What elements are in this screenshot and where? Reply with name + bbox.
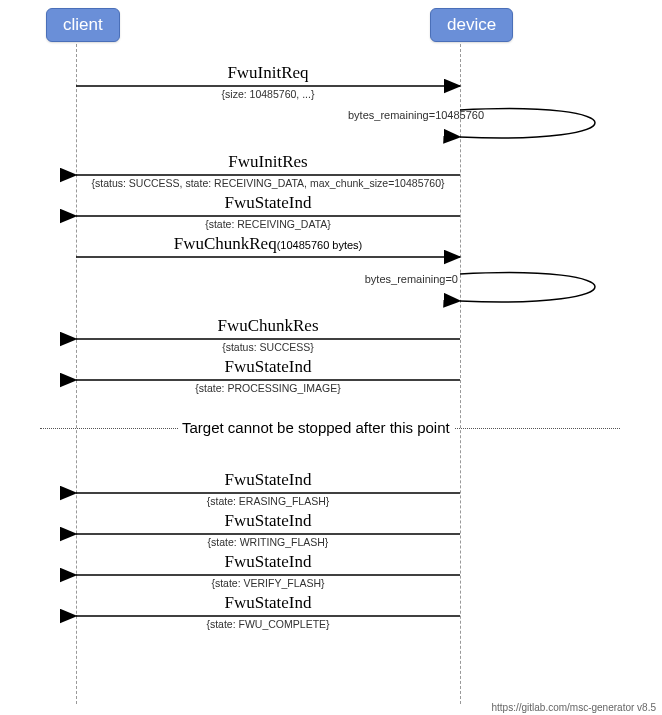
arrow-fwuchunkreq — [0, 256, 662, 258]
self-arrow-1 — [0, 105, 662, 145]
arrow-fwustateind-1 — [0, 215, 662, 217]
msg-fwuinitreq-title: FwuInitReq — [88, 63, 448, 83]
arrow-fwustateind-4 — [0, 533, 662, 535]
divider-text: Target cannot be stopped after this poin… — [178, 419, 454, 436]
msg-fwustateind-6-sub: {state: FWU_COMPLETE} — [88, 618, 448, 630]
msg-fwustateind-1-sub: {state: RECEIVING_DATA} — [88, 218, 448, 230]
msg-fwuinitres-title: FwuInitRes — [88, 152, 448, 172]
arrow-fwustateind-6 — [0, 615, 662, 617]
arrow-fwuchunkres — [0, 338, 662, 340]
arrow-fwuinitreq — [0, 85, 662, 87]
participant-device: device — [430, 8, 513, 42]
self-arrow-2 — [0, 269, 662, 309]
msg-fwustateind-4-sub: {state: WRITING_FLASH} — [88, 536, 448, 548]
arrow-fwustateind-3 — [0, 492, 662, 494]
footer-credit: https://gitlab.com/msc-generator v8.5 — [491, 702, 656, 713]
participant-client: client — [46, 8, 120, 42]
msg-fwustateind-3-title: FwuStateInd — [88, 470, 448, 490]
msg-fwustateind-5-sub: {state: VERIFY_FLASH} — [88, 577, 448, 589]
arrow-fwustateind-2 — [0, 379, 662, 381]
msg-fwuchunkres-title: FwuChunkRes — [88, 316, 448, 336]
msg-fwustateind-2-title: FwuStateInd — [88, 357, 448, 377]
msg-fwuchunkreq-name: FwuChunkReq — [174, 234, 277, 253]
msg-fwustateind-6-title: FwuStateInd — [88, 593, 448, 613]
msg-fwustateind-5-title: FwuStateInd — [88, 552, 448, 572]
msg-fwuchunkreq-suffix: (10485760 bytes) — [277, 239, 363, 251]
msg-fwuchunkres-sub: {status: SUCCESS} — [88, 341, 448, 353]
msg-fwustateind-1-title: FwuStateInd — [88, 193, 448, 213]
msg-fwustateind-2-sub: {state: PROCESSING_IMAGE} — [88, 382, 448, 394]
msg-fwuinitreq-sub: {size: 10485760, ...} — [88, 88, 448, 100]
msg-fwustateind-4-title: FwuStateInd — [88, 511, 448, 531]
arrow-fwustateind-5 — [0, 574, 662, 576]
msg-fwustateind-3-sub: {state: ERASING_FLASH} — [88, 495, 448, 507]
arrow-fwuinitres — [0, 174, 662, 176]
msg-fwuinitres-sub: {status: SUCCESS, state: RECEIVING_DATA,… — [88, 177, 448, 189]
msg-fwuchunkreq-title: FwuChunkReq(10485760 bytes) — [88, 234, 448, 254]
